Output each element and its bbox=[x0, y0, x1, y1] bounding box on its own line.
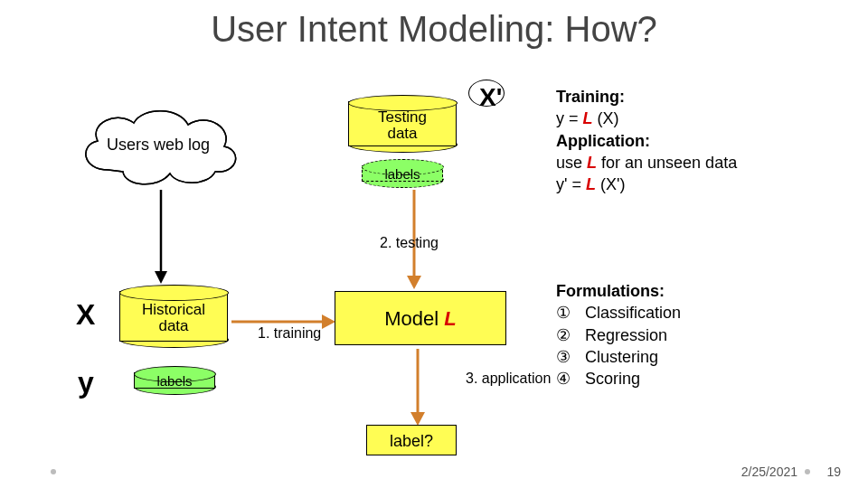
application-eq: y' = L (X') bbox=[556, 174, 845, 195]
labels-train-cylinder: labels bbox=[134, 372, 215, 389]
x-prime-label: X' bbox=[479, 83, 502, 112]
x-train-label: X bbox=[76, 298, 95, 332]
svg-marker-1 bbox=[155, 271, 167, 284]
labels-test-text: labels bbox=[363, 166, 442, 182]
users-web-log-cloud: Users web log bbox=[72, 99, 244, 190]
footer-date: 2/25/2021 bbox=[741, 465, 797, 479]
flow-application-label: 3. application bbox=[466, 371, 551, 387]
formulations-heading: Formulations: bbox=[556, 282, 665, 300]
footer-dot-icon bbox=[805, 469, 810, 474]
footer-page-number: 19 bbox=[826, 465, 841, 479]
slide-title: User Intent Modeling: How? bbox=[0, 9, 868, 50]
application-heading: Application: bbox=[556, 132, 650, 150]
formulations-panel: Formulations: ① Classification ② Regress… bbox=[556, 280, 845, 389]
model-l-box: Model L bbox=[335, 291, 506, 345]
training-heading: Training: bbox=[556, 88, 625, 106]
formulations-item-4: ④ Scoring bbox=[556, 368, 845, 389]
label-q-box: label? bbox=[366, 425, 457, 455]
svg-marker-7 bbox=[410, 412, 425, 426]
training-text-panel: Training: y = L (X) Application: use L f… bbox=[556, 86, 845, 195]
flow-training-label: 1. training bbox=[258, 325, 321, 342]
arrow-cloud-to-historical bbox=[152, 190, 170, 288]
flow-testing-label: 2. testing bbox=[380, 235, 439, 251]
svg-marker-5 bbox=[322, 314, 335, 329]
y-train-label: y bbox=[78, 366, 94, 399]
footer-left-dot-icon bbox=[51, 469, 56, 474]
historical-data-text: Historicaldata bbox=[120, 302, 227, 334]
historical-data-cylinder: Historicaldata bbox=[119, 291, 228, 342]
labels-test-cylinder: labels bbox=[362, 165, 443, 182]
labels-train-text: labels bbox=[135, 373, 214, 389]
training-eq1: y = L (X) bbox=[556, 108, 845, 129]
formulations-item-2: ② Regression bbox=[556, 324, 845, 346]
svg-marker-3 bbox=[407, 276, 421, 289]
model-l-text: Model L bbox=[384, 307, 457, 330]
cloud-label: Users web log bbox=[107, 136, 210, 155]
formulations-item-3: ③ Clustering bbox=[556, 346, 845, 368]
formulations-item-1: ① Classification bbox=[556, 302, 845, 324]
testing-data-cylinder: Testingdata bbox=[348, 101, 457, 146]
arrow-model-to-label bbox=[409, 349, 427, 429]
application-line: use L for an unseen data bbox=[556, 152, 845, 174]
testing-data-text: Testingdata bbox=[349, 109, 456, 142]
